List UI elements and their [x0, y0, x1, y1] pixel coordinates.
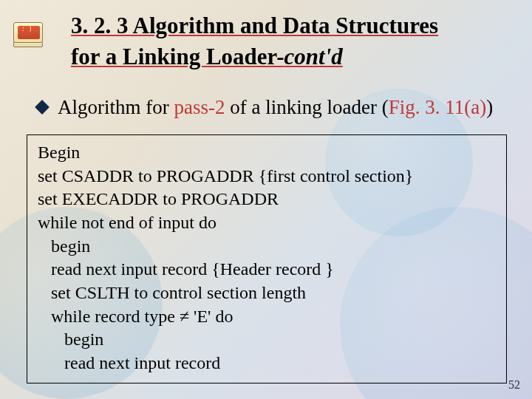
algorithm-code-box: Begin set CSADDR to PROGADDR {first cont… [27, 134, 507, 383]
title-line1: 3. 2. 3 Algorithm and Data Structures [71, 13, 438, 38]
bullet-text: Algorithm for pass-2 of a linking loader… [58, 95, 493, 120]
slide-title: 3. 2. 3 Algorithm and Data Structures fo… [71, 10, 485, 72]
title-contd: cont'd [284, 44, 343, 69]
bullet-item: Algorithm for pass-2 of a linking loader… [37, 95, 510, 120]
bullet-marker-icon [35, 100, 50, 115]
page-number: 52 [508, 378, 520, 392]
bullet-red1: pass-2 [174, 96, 225, 118]
computer-icon: : ) [13, 22, 43, 47]
bullet-after: ) [486, 96, 493, 118]
bullet-mid: of a linking loader ( [225, 96, 388, 118]
bullet-red2: Fig. 3. 11(a) [389, 96, 486, 118]
bullet-before: Algorithm for [58, 96, 174, 118]
title-line2-prefix: for a Linking Loader- [71, 44, 284, 69]
